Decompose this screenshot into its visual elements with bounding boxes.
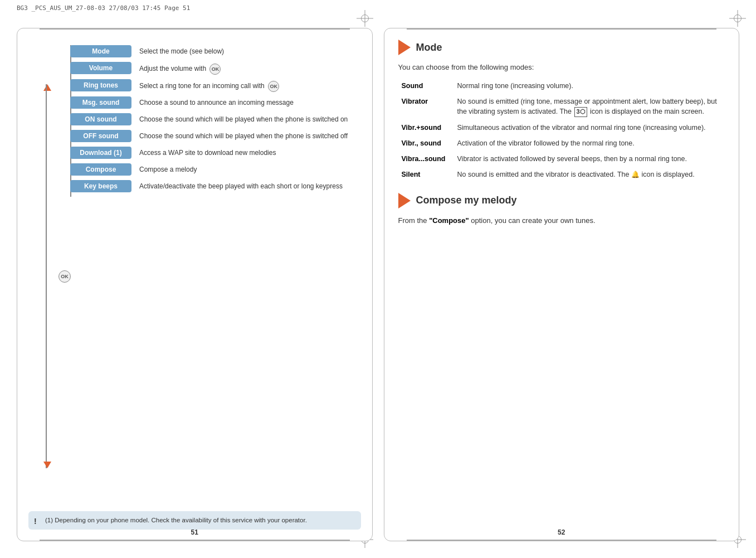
menu-row-volume: Volume Adjust the volume with OK: [70, 62, 358, 75]
mode-term-vibrsound: Vibr., sound: [398, 135, 454, 151]
mode-desc-silent: No sound is emitted and the vibrator is …: [454, 167, 725, 182]
menu-desc-ringtones: Select a ring tone for an incoming call …: [139, 79, 358, 92]
menu-desc-msgsound: Choose a sound to announce an incoming m…: [139, 96, 358, 108]
menu-label-mode: Mode: [70, 45, 131, 57]
menu-row-compose: Compose Compose a melody: [70, 163, 358, 176]
header-text: BG3 _PCS_AUS_UM_27-08-03 27/08/03 17:45 …: [17, 4, 190, 12]
nav-line: [46, 84, 47, 468]
mode-desc-vibrator: No sound is emitted (ring tone, message …: [454, 94, 725, 120]
page-container: OK Mode Select the mode (see below) Volu…: [17, 28, 739, 541]
compose-intro: From the "Compose" option, you can creat…: [398, 216, 725, 225]
bottom-line-right: [407, 540, 717, 541]
top-line: [40, 28, 350, 30]
table-row-vibrplus: Vibr.+sound Simultaneous activation of t…: [398, 120, 725, 135]
mode-triangle-icon: [398, 40, 411, 55]
table-row-silent: Silent No sound is emitted and the vibra…: [398, 167, 725, 182]
menu-desc-mode: Select the mode (see below): [139, 45, 358, 56]
mode-term-vibrasound: Vibra...sound: [398, 151, 454, 167]
table-row-vibrator: Vibrator No sound is emitted (ring tone,…: [398, 94, 725, 120]
crosshair-top-center: [357, 10, 373, 27]
vibrator-icon: 3⬡: [574, 107, 587, 117]
menu-label-volume: Volume: [70, 62, 131, 74]
menu-desc-offsound: Choose the sound which will be played wh…: [139, 130, 358, 141]
menu-desc-onsound: Choose the sound which will be played wh…: [139, 113, 358, 124]
menu-row-ringtones: Ring tones Select a ring tone for an inc…: [70, 79, 358, 92]
mode-desc-vibrasound: Vibrator is activated followed by severa…: [454, 151, 725, 167]
mode-term-vibrplus: Vibr.+sound: [398, 120, 454, 135]
arrow-up-icon: [43, 84, 51, 91]
menu-label-compose: Compose: [70, 163, 131, 176]
mode-desc-vibrsound: Activation of the vibrator followed by t…: [454, 135, 725, 151]
crosshair-top-right: [729, 10, 746, 27]
menu-desc-download: Access a WAP site to download new melodi…: [139, 147, 358, 158]
menu-desc-volume: Adjust the volume with OK: [139, 62, 358, 75]
arrow-down-icon: [43, 462, 51, 468]
ok-icon-ringtones: OK: [268, 81, 279, 92]
top-line-right: [407, 28, 717, 30]
menu-list: Mode Select the mode (see below) Volume …: [70, 45, 358, 197]
menu-row-mode: Mode Select the mode (see below): [70, 45, 358, 57]
ok-button-side[interactable]: OK: [58, 270, 71, 283]
bottom-line: [40, 540, 350, 541]
mode-title: Mode: [416, 42, 442, 54]
compose-bold: "Compose": [429, 216, 469, 225]
menu-row-keybeeps: Key beeps Activate/deactivate the beep p…: [70, 180, 358, 192]
left-panel: OK Mode Select the mode (see below) Volu…: [17, 28, 373, 541]
page-number-left: 51: [191, 528, 198, 536]
mode-desc-sound: Normal ring tone (increasing volume).: [454, 78, 725, 94]
ok-icon-volume: OK: [209, 64, 221, 75]
menu-row-onsound: ON sound Choose the sound which will be …: [70, 113, 358, 125]
exclamation-icon: !: [34, 516, 37, 527]
compose-triangle-icon: [398, 193, 411, 208]
menu-row-download: Download (1) Access a WAP site to downlo…: [70, 147, 358, 159]
menu-label-onsound: ON sound: [70, 113, 131, 125]
mode-intro: You can choose from the following modes:: [398, 63, 725, 71]
menu-desc-keybeeps: Activate/deactivate the beep played with…: [139, 180, 358, 191]
mode-term-vibrator: Vibrator: [398, 94, 454, 120]
mode-term-silent: Silent: [398, 167, 454, 182]
menu-label-keybeeps: Key beeps: [70, 180, 131, 192]
menu-row-msgsound: Msg. sound Choose a sound to announce an…: [70, 96, 358, 109]
modes-table: Sound Normal ring tone (increasing volum…: [398, 78, 725, 183]
right-panel: Mode You can choose from the following m…: [384, 28, 740, 541]
mode-term-sound: Sound: [398, 78, 454, 94]
page-number-right: 52: [558, 528, 565, 536]
table-row-sound: Sound Normal ring tone (increasing volum…: [398, 78, 725, 94]
mode-desc-vibrplus: Simultaneous activation of the vibrator …: [454, 120, 725, 135]
menu-desc-compose: Compose a melody: [139, 163, 358, 174]
table-row-vibrsound: Vibr., sound Activation of the vibrator …: [398, 135, 725, 151]
menu-label-ringtones: Ring tones: [70, 79, 131, 91]
compose-title: Compose my melody: [416, 195, 517, 206]
mode-section-header: Mode: [398, 40, 725, 55]
menu-label-msgsound: Msg. sound: [70, 96, 131, 109]
menu-row-offsound: OFF sound Choose the sound which will be…: [70, 130, 358, 142]
note-text: (1) Depending on your phone model. Check…: [45, 517, 307, 523]
menu-label-download: Download (1): [70, 147, 131, 159]
compose-section-header: Compose my melody: [398, 193, 725, 208]
section-divider: Compose my melody: [398, 193, 725, 208]
table-row-vibrasound: Vibra...sound Vibrator is activated foll…: [398, 151, 725, 167]
note-box: ! (1) Depending on your phone model. Che…: [28, 511, 361, 530]
menu-label-offsound: OFF sound: [70, 130, 131, 142]
